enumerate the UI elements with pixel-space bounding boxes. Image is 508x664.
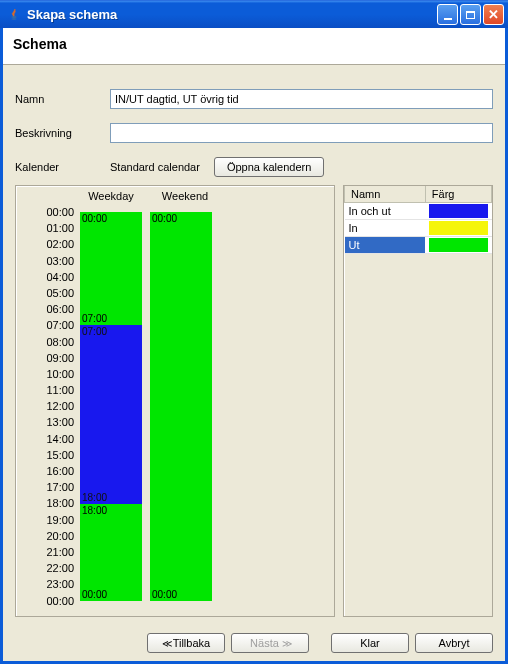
hour-label: 19:00 xyxy=(22,512,74,528)
close-button[interactable]: ✕ xyxy=(483,4,504,25)
legend-row-color xyxy=(425,237,491,254)
legend-row-name: In och ut xyxy=(345,203,426,220)
hour-label: 15:00 xyxy=(22,447,74,463)
hour-label: 16:00 xyxy=(22,463,74,479)
minimize-button[interactable] xyxy=(437,4,458,25)
hour-label: 13:00 xyxy=(22,414,74,430)
block-end: 00:00 xyxy=(82,589,107,600)
hour-label: 05:00 xyxy=(22,285,74,301)
window-buttons: ✕ xyxy=(437,4,504,25)
hour-label: 18:00 xyxy=(22,495,74,511)
hour-label: 23:00 xyxy=(22,576,74,592)
schedule-headers: Weekday Weekend xyxy=(22,190,328,202)
maximize-button[interactable] xyxy=(460,4,481,25)
hour-label: 20:00 xyxy=(22,528,74,544)
hour-label: 04:00 xyxy=(22,269,74,285)
block-start: 18:00 xyxy=(82,505,107,516)
description-row: Beskrivning xyxy=(15,123,493,143)
calendar-value: Standard calendar xyxy=(110,161,200,173)
legend-row[interactable]: In xyxy=(345,220,492,237)
weekend-column[interactable]: 00:00 00:00 xyxy=(150,212,212,601)
hour-label: 02:00 xyxy=(22,236,74,252)
weekday-column[interactable]: 00:00 07:00 07:00 18:00 18:00 00:00 xyxy=(80,212,142,601)
legend-row-name: In xyxy=(345,220,426,237)
hour-label: 17:00 xyxy=(22,479,74,495)
wizard-footer: ≪ Tillbaka Nästa ≫ Klar Avbryt xyxy=(3,625,505,661)
weekday-header: Weekday xyxy=(80,190,142,202)
hour-label: 00:00 xyxy=(22,204,74,220)
legend-color-header[interactable]: Färg xyxy=(425,186,491,203)
legend-table: Namn Färg In och ut In xyxy=(344,186,492,254)
name-input[interactable] xyxy=(110,89,493,109)
color-swatch xyxy=(429,221,487,235)
legend-row-name: Ut xyxy=(345,237,426,254)
next-button-label: Nästa xyxy=(250,637,279,649)
hour-labels: 00:00 01:00 02:00 03:00 04:00 05:00 06:0… xyxy=(22,204,74,609)
hour-label: 06:00 xyxy=(22,301,74,317)
hour-label: 00:00 xyxy=(22,593,74,609)
hour-label: 08:00 xyxy=(22,334,74,350)
schedule-block[interactable]: 00:00 07:00 xyxy=(80,212,142,325)
block-start: 00:00 xyxy=(152,213,177,224)
page-title: Schema xyxy=(13,36,495,52)
legend-panel: Namn Färg In och ut In xyxy=(343,185,493,617)
name-label: Namn xyxy=(15,93,110,105)
hour-label: 12:00 xyxy=(22,398,74,414)
block-end: 00:00 xyxy=(152,589,177,600)
hour-label: 22:00 xyxy=(22,560,74,576)
block-end: 07:00 xyxy=(82,313,107,324)
cancel-button[interactable]: Avbryt xyxy=(415,633,493,653)
hour-label: 03:00 xyxy=(22,253,74,269)
legend-row[interactable]: Ut xyxy=(345,237,492,254)
back-button-label: Tillbaka xyxy=(173,637,211,649)
weekend-header: Weekend xyxy=(150,190,220,202)
name-row: Namn xyxy=(15,89,493,109)
java-icon xyxy=(6,7,22,23)
description-label: Beskrivning xyxy=(15,127,110,139)
block-start: 07:00 xyxy=(82,326,107,337)
hour-label: 11:00 xyxy=(22,382,74,398)
header-band: Schema xyxy=(3,28,505,65)
schedule-block[interactable]: 00:00 00:00 xyxy=(150,212,212,601)
calendar-row: Kalender Standard calendar Öppna kalende… xyxy=(15,157,493,177)
next-button: Nästa ≫ xyxy=(231,633,309,653)
hour-label: 14:00 xyxy=(22,431,74,447)
hour-label: 01:00 xyxy=(22,220,74,236)
legend-row[interactable]: In och ut xyxy=(345,203,492,220)
color-swatch xyxy=(429,204,487,218)
hour-label: 21:00 xyxy=(22,544,74,560)
description-input[interactable] xyxy=(110,123,493,143)
legend-name-header[interactable]: Namn xyxy=(345,186,426,203)
block-end: 18:00 xyxy=(82,492,107,503)
schedule-block[interactable]: 07:00 18:00 xyxy=(80,325,142,503)
window-title: Skapa schema xyxy=(27,7,437,22)
hour-label: 10:00 xyxy=(22,366,74,382)
open-calendar-button[interactable]: Öppna kalendern xyxy=(214,157,324,177)
legend-row-color xyxy=(425,203,491,220)
calendar-label: Kalender xyxy=(15,161,110,173)
schedule-panel: Weekday Weekend 00:00 01:00 02:00 03:00 … xyxy=(15,185,335,617)
back-button[interactable]: ≪ Tillbaka xyxy=(147,633,225,653)
finish-button[interactable]: Klar xyxy=(331,633,409,653)
block-start: 00:00 xyxy=(82,213,107,224)
hour-label: 09:00 xyxy=(22,350,74,366)
legend-row-color xyxy=(425,220,491,237)
schedule-block[interactable]: 18:00 00:00 xyxy=(80,504,142,601)
window-titlebar: Skapa schema ✕ xyxy=(0,0,508,28)
color-swatch xyxy=(429,238,487,252)
chevron-left-icon: ≪ xyxy=(162,638,170,649)
hour-label: 07:00 xyxy=(22,317,74,333)
chevron-right-icon: ≫ xyxy=(282,638,290,649)
